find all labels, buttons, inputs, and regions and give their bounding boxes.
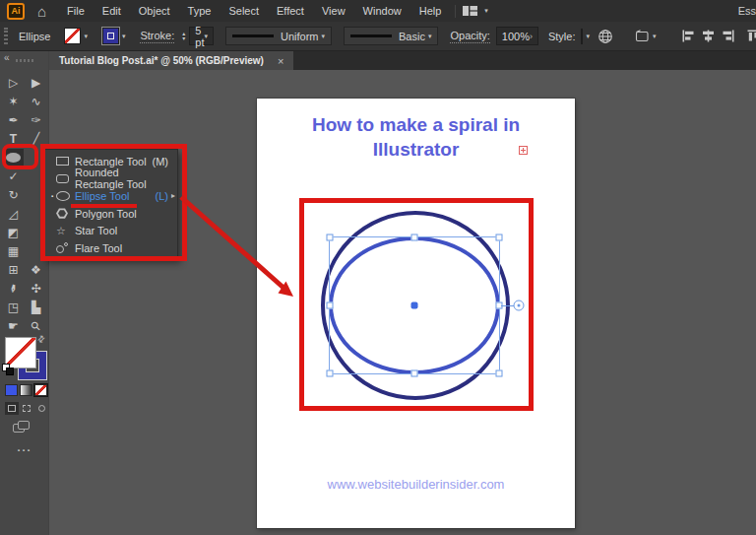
home-icon[interactable]: ⌂ [37, 4, 46, 19]
title-line-1: How to make a spiral in [257, 112, 575, 137]
control-bar: Ellipse ▾ ▾ Stroke: ▴ ▾ 5 pt ▾ Uniform ▾… [0, 22, 756, 51]
document-title: Tutorial Blog Post.ai* @ 50% (RGB/Previe… [59, 55, 264, 66]
opacity-field[interactable]: 100% › [496, 27, 538, 45]
recolor-artwork-icon [598, 29, 613, 44]
chevron-down-icon: ▾ [484, 7, 488, 15]
eyedropper-tool[interactable]: ✒ [4, 280, 24, 297]
document-tab[interactable]: Tutorial Blog Post.ai* @ 50% (RGB/Previe… [49, 51, 293, 70]
draw-inside-button[interactable] [34, 402, 48, 415]
eyedropper-icon: ✒ [7, 283, 21, 295]
fill-color-swatch[interactable] [64, 28, 81, 44]
graph-tool[interactable]: ▙ [27, 299, 46, 315]
menu-edit[interactable]: Edit [94, 2, 130, 20]
artboard[interactable]: How to make a spiral in Illustrator www.… [257, 99, 575, 528]
text-anchor-marker [519, 146, 528, 155]
flyout-item-shortcut: (L) [156, 190, 168, 202]
style-label: Style: [548, 31, 576, 42]
chevron-down-icon[interactable]: ▾ [122, 33, 126, 40]
graphic-style-swatch[interactable] [581, 29, 583, 44]
gradient-button[interactable] [20, 384, 32, 396]
stroke-color-swatch[interactable] [102, 28, 119, 44]
blend-tool[interactable]: ✣ [27, 280, 46, 297]
pen-tool[interactable]: ✒ [4, 111, 24, 128]
arrange-documents-icon [463, 5, 477, 17]
flyout-item-label: Polygon Tool [75, 208, 168, 220]
menu-help[interactable]: Help [410, 2, 451, 20]
edit-toolbar-button[interactable]: ... [0, 441, 49, 453]
flyout-item-ellipse-tool[interactable]: ▪ Ellipse Tool (L) [44, 187, 177, 205]
default-fill-stroke-icon[interactable] [2, 364, 14, 375]
brush-definition-dropdown[interactable]: Basic ▾ [344, 27, 438, 45]
stepper-down-icon[interactable]: ▾ [182, 36, 185, 41]
selection-handle[interactable] [496, 234, 503, 241]
selection-tool[interactable]: ▷ [4, 74, 24, 91]
chevron-down-icon[interactable]: ▾ [586, 33, 590, 40]
chevron-down-icon[interactable]: ▾ [84, 33, 88, 40]
opacity-panel-link[interactable]: Opacity: [450, 30, 489, 43]
panel-drag-grip[interactable] [16, 59, 33, 62]
close-tab-icon[interactable]: × [278, 55, 284, 67]
arrange-documents-button[interactable]: ▾ [463, 5, 493, 17]
selection-handle[interactable] [327, 370, 334, 377]
menu-object[interactable]: Object [130, 2, 179, 20]
stroke-weight-field[interactable]: 5 pt ▾ [189, 27, 214, 45]
stroke-weight-stepper[interactable]: ▴ ▾ [182, 32, 185, 41]
align-right-icon[interactable] [722, 30, 734, 42]
opacity-expand-icon[interactable]: › [530, 32, 533, 41]
panel-grip[interactable] [4, 28, 8, 44]
direct-selection-tool[interactable]: ▶ [27, 74, 46, 91]
none-button[interactable] [34, 384, 47, 396]
shaper-tool[interactable]: ✓ [4, 167, 24, 184]
flyout-item-flare-tool[interactable]: Flare Tool [44, 239, 177, 257]
selection-handle[interactable] [496, 370, 503, 377]
collapse-panel-icon[interactable]: « [4, 52, 10, 63]
free-transform-tool[interactable]: ❖ [27, 261, 46, 278]
chevron-down-icon[interactable]: ▾ [204, 33, 208, 40]
perspective-grid-tool[interactable]: ▦ [4, 242, 24, 259]
align-horizontal-center-icon[interactable] [702, 30, 715, 42]
draw-behind-button[interactable] [20, 402, 33, 415]
line-segment-tool[interactable]: ╱ [27, 130, 46, 147]
shape-tools-flyout: Rectangle Tool (M) Rounded Rectangle Too… [43, 149, 178, 259]
menu-window[interactable]: Window [354, 2, 410, 20]
illustrator-logo-icon[interactable]: Ai [7, 3, 25, 20]
workspace-switcher[interactable]: Ess [738, 5, 756, 17]
type-tool[interactable]: T [4, 130, 24, 147]
flyout-item-rounded-rectangle-tool[interactable]: Rounded Rectangle Tool [44, 170, 177, 188]
magic-wand-tool[interactable]: ✶ [4, 93, 24, 109]
shape-builder-tool[interactable]: ◩ [4, 224, 24, 240]
artboard-tool[interactable]: ◳ [4, 299, 24, 315]
menu-effect[interactable]: Effect [268, 2, 313, 20]
menu-select[interactable]: Select [220, 2, 268, 20]
chevron-down-icon: ▾ [322, 33, 326, 40]
selection-handle[interactable] [327, 234, 334, 241]
menu-type[interactable]: Type [179, 2, 220, 20]
draw-normal-button[interactable] [5, 402, 19, 415]
zoom-tool[interactable]: ⚲ [27, 317, 46, 334]
shape-properties-button[interactable]: ▾ [635, 30, 662, 42]
selection-center-point[interactable] [411, 302, 418, 309]
menu-view[interactable]: View [313, 2, 354, 20]
tool-grid: ▷ ▶ ✶ ∿ ✒ ✑ T ╱ ✓ [0, 73, 49, 335]
selection-handle[interactable] [411, 370, 418, 377]
align-left-icon[interactable] [682, 30, 695, 42]
color-button[interactable] [5, 384, 18, 396]
align-top-icon[interactable] [747, 30, 756, 42]
selection-handle[interactable] [411, 234, 418, 241]
flyout-item-star-tool[interactable]: ☆ Star Tool [44, 222, 177, 239]
ellipse-tool[interactable] [4, 149, 24, 166]
recolor-artwork-button[interactable] [598, 29, 613, 44]
lasso-tool[interactable]: ∿ [27, 93, 46, 109]
live-shape-widget[interactable] [514, 301, 525, 311]
selection-handle[interactable] [327, 302, 334, 309]
brush-preview [350, 34, 392, 37]
menu-file[interactable]: File [58, 2, 94, 20]
hand-tool[interactable]: ☛ [4, 317, 24, 334]
rotate-tool[interactable]: ↻ [4, 186, 24, 203]
change-screen-mode-button[interactable] [13, 421, 31, 434]
width-profile-dropdown[interactable]: Uniform ▾ [225, 27, 332, 45]
mesh-tool[interactable]: ⊞ [4, 261, 24, 278]
stroke-panel-link[interactable]: Stroke: [140, 30, 174, 43]
scale-tool[interactable]: ◿ [4, 205, 24, 222]
curvature-tool[interactable]: ✑ [27, 111, 46, 128]
